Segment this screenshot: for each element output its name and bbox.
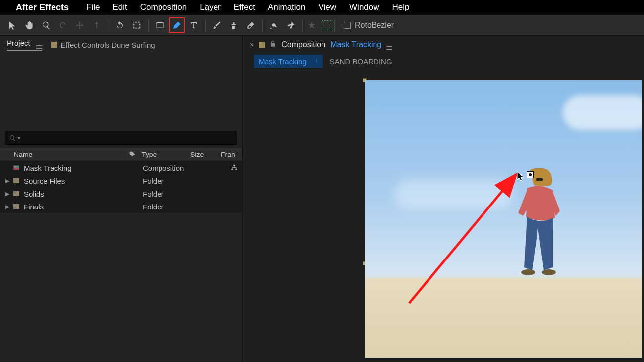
brush-tool[interactable]	[209, 17, 225, 33]
project-row-comp[interactable]: Mask Tracking Composition	[0, 161, 242, 174]
toolbar-separator	[262, 19, 263, 32]
workspace: Project Effect Controls Dune Surfing ▾ N…	[0, 36, 644, 362]
close-tab-icon[interactable]: ×	[250, 41, 254, 49]
project-columns-header: Name Type Size Fran	[0, 148, 242, 161]
search-caret: ▾	[18, 135, 20, 141]
row-name: Solids	[24, 190, 130, 198]
disclosure-icon[interactable]: ▶	[3, 191, 12, 197]
folder-icon	[12, 191, 21, 196]
type-tool[interactable]	[186, 17, 202, 33]
disclosure-icon[interactable]: ▶	[3, 178, 12, 184]
search-icon	[9, 135, 16, 141]
svg-line-12	[409, 174, 516, 303]
menu-help[interactable]: Help	[386, 2, 416, 12]
panel-menu-icon[interactable]	[386, 40, 392, 50]
hand-tool[interactable]	[21, 17, 37, 33]
project-panel: Project Effect Controls Dune Surfing ▾ N…	[0, 36, 243, 362]
macos-menubar: After Effects File Edit Composition Laye…	[0, 0, 644, 15]
zoom-tool[interactable]	[38, 17, 54, 33]
snapping-icon[interactable]	[322, 20, 331, 30]
selection-tool[interactable]	[4, 17, 20, 33]
chevron-left-icon: 〈	[312, 57, 318, 66]
breadcrumb-next[interactable]: SAND BOARDING	[330, 57, 392, 66]
menu-edit[interactable]: Edit	[106, 2, 133, 12]
project-search-input[interactable]: ▾	[5, 131, 237, 145]
rotate-tool[interactable]	[112, 17, 128, 33]
footage-bounds	[365, 80, 642, 358]
project-row-folder[interactable]: ▶ Finals Folder	[0, 200, 242, 213]
toolbar-separator	[108, 19, 108, 32]
row-name: Source Files	[24, 177, 130, 185]
clone-stamp-tool[interactable]	[226, 17, 242, 33]
toolbar-separator	[205, 19, 206, 32]
column-fran[interactable]: Fran	[221, 151, 242, 158]
tab-effect-controls-label: Effect Controls Dune Surfing	[61, 41, 155, 49]
row-name: Mask Tracking	[24, 164, 130, 172]
composition-viewer[interactable]	[243, 69, 644, 362]
app-name[interactable]: After Effects	[16, 2, 69, 13]
row-type: Folder	[143, 203, 191, 211]
disclosure-icon[interactable]: ▶	[3, 204, 12, 210]
svg-rect-2	[14, 166, 16, 168]
svg-rect-4	[14, 168, 18, 170]
column-tag[interactable]	[129, 151, 142, 159]
toolbar-separator	[302, 19, 303, 32]
eraser-tool[interactable]	[243, 17, 259, 33]
favorite-icon[interactable]: ★	[308, 20, 316, 31]
comp-label: Composition	[281, 40, 325, 49]
menu-file[interactable]: File	[80, 2, 106, 12]
column-name[interactable]: Name	[14, 151, 129, 158]
main-toolbar: ★ RotoBezier	[0, 15, 644, 36]
mask-tool[interactable]	[129, 17, 145, 33]
row-type: Folder	[143, 177, 191, 185]
comp-name-link[interactable]: Mask Tracking	[330, 40, 381, 49]
comp-panel-tabs: × Composition Mask Tracking	[243, 36, 644, 53]
column-size[interactable]: Size	[190, 151, 221, 158]
color-chip-icon	[259, 42, 265, 48]
project-row-folder[interactable]: ▶ Solids Folder	[0, 187, 242, 200]
svg-rect-7	[235, 169, 237, 170]
project-item-list: Mask Tracking Composition ▶ Source Files…	[0, 161, 242, 213]
footage-preview	[365, 80, 642, 358]
tab-effect-controls[interactable]: Effect Controls Dune Surfing	[51, 41, 155, 49]
flowchart-icon[interactable]	[191, 164, 242, 171]
row-type: Folder	[143, 190, 191, 198]
lock-icon[interactable]	[269, 40, 276, 49]
pan-behind-tool[interactable]	[72, 17, 88, 33]
row-name: Finals	[24, 203, 130, 211]
project-row-folder[interactable]: ▶ Source Files Folder	[0, 174, 242, 187]
menu-view[interactable]: View	[312, 2, 343, 12]
svg-rect-5	[233, 165, 235, 166]
tab-project-label: Project	[7, 39, 30, 47]
folder-icon	[12, 204, 21, 209]
breadcrumb-active[interactable]: Mask Tracking 〈	[254, 55, 323, 68]
checkbox-icon	[344, 22, 351, 29]
pen-tool[interactable]	[169, 17, 185, 33]
row-type: Composition	[143, 164, 191, 172]
rotobezier-label: RotoBezier	[355, 21, 394, 30]
rectangle-tool[interactable]	[152, 17, 168, 33]
tab-project[interactable]: Project	[7, 39, 42, 51]
menu-effect[interactable]: Effect	[227, 2, 262, 12]
project-preview-area	[0, 53, 242, 128]
column-type[interactable]: Type	[142, 151, 190, 158]
svg-rect-6	[231, 169, 233, 170]
menu-animation[interactable]: Animation	[262, 2, 312, 12]
orbit-tool[interactable]	[55, 17, 71, 33]
puppet-pin-tool[interactable]	[283, 17, 299, 33]
mask-indicator-icon	[527, 171, 534, 178]
annotation-arrow	[399, 164, 548, 313]
menu-window[interactable]: Window	[343, 2, 385, 12]
anchor-tool[interactable]	[89, 17, 105, 33]
composition-panel: × Composition Mask Tracking Mask Trackin…	[243, 36, 644, 362]
roto-brush-tool[interactable]	[266, 17, 282, 33]
menu-layer[interactable]: Layer	[193, 2, 227, 12]
svg-rect-0	[157, 23, 163, 28]
breadcrumb-active-label: Mask Tracking	[259, 57, 307, 66]
toolbar-separator	[334, 19, 335, 32]
rotobezier-checkbox[interactable]: RotoBezier	[344, 21, 394, 30]
panel-menu-icon[interactable]	[36, 39, 42, 49]
menu-composition[interactable]: Composition	[134, 2, 194, 12]
svg-rect-3	[17, 166, 19, 168]
toolbar-separator	[148, 19, 149, 32]
